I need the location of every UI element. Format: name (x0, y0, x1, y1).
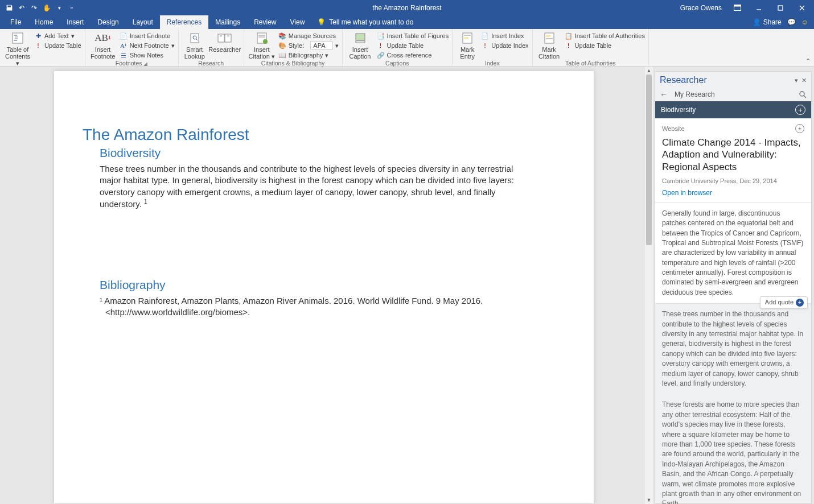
qat-customize-icon[interactable]: = (66, 2, 77, 14)
tab-home[interactable]: Home (28, 15, 60, 29)
update-toa-button[interactable]: !Update Table (565, 41, 645, 50)
researcher-button[interactable]: "" Researcher (209, 30, 240, 53)
insert-toa-label: Insert Table of Authorities (575, 32, 645, 39)
smart-lookup-button[interactable]: Smart Lookup (182, 30, 207, 60)
maximize-icon[interactable] (771, 0, 790, 15)
undo-icon[interactable]: ↶ (16, 2, 27, 14)
document-page[interactable]: The Amazon Rainforest Biodiversity These… (54, 71, 594, 503)
mark-citation-button[interactable]: Mark Citation (536, 30, 562, 60)
tell-me-search[interactable]: 💡 Tell me what you want to do (311, 15, 419, 29)
update-toa-label: Update Table (575, 42, 612, 49)
close-icon[interactable] (792, 0, 812, 15)
my-research-label[interactable]: My Research (675, 90, 792, 98)
share-label: Share (763, 18, 782, 26)
show-notes-button[interactable]: ☰Show Notes (120, 51, 175, 60)
tab-mailings[interactable]: Mailings (208, 15, 247, 29)
update-toc-label: Update Table (44, 42, 81, 49)
vertical-scrollbar[interactable]: ▲ ▼ (645, 67, 653, 504)
insert-caption-button[interactable]: Insert Caption (346, 30, 375, 60)
scroll-thumb[interactable] (646, 75, 652, 245)
citation-icon (254, 31, 270, 45)
add-source-icon[interactable]: + (795, 124, 804, 133)
group-table-of-contents: Table of Contents ▾ ✚Add Text ▾ !Update … (0, 29, 85, 66)
add-text-label: Add Text (44, 32, 69, 39)
ribbon-display-icon[interactable] (727, 0, 747, 15)
add-quote-button[interactable]: Add quote + (760, 296, 808, 309)
user-name[interactable]: Grace Owens (677, 4, 725, 12)
tab-insert[interactable]: Insert (60, 15, 91, 29)
toc-label: Table of Contents (5, 46, 30, 60)
touch-mode-icon[interactable]: ✋ (41, 2, 52, 14)
cross-reference-button[interactable]: 🔗Cross-reference (377, 51, 449, 60)
update-captions-button[interactable]: !Update Table (377, 41, 449, 50)
qat-dropdown-icon[interactable]: ▾ (54, 2, 65, 14)
manage-sources-button[interactable]: 📚Manage Sources (278, 31, 339, 40)
search-icon[interactable] (799, 90, 807, 98)
smiley-icon[interactable]: ☺ (801, 18, 808, 26)
show-notes-icon: ☰ (120, 51, 128, 59)
researcher-nav: ← My Research (655, 88, 811, 101)
mark-entry-button[interactable]: Mark Entry (456, 30, 479, 60)
redo-icon[interactable]: ↷ (28, 2, 40, 14)
insert-citation-label: Insert Citation (249, 46, 270, 60)
insert-endnote-label: Insert Endnote (130, 32, 171, 39)
scroll-up-icon[interactable]: ▲ (645, 67, 653, 75)
insert-tof-button[interactable]: 📑Insert Table of Figures (377, 31, 449, 40)
comments-icon[interactable]: 💬 (787, 18, 796, 26)
citation-style-select[interactable]: 🎨Style: APA ▾ (278, 41, 339, 50)
bibliography-button[interactable]: 📖Bibliography ▾ (278, 51, 339, 60)
svg-rect-3 (778, 6, 783, 10)
group-research: Smart Lookup "" Researcher Research (179, 29, 244, 66)
svg-text:": " (220, 34, 222, 41)
source-type-label: Website (662, 125, 685, 132)
add-text-button[interactable]: ✚Add Text ▾ (34, 31, 81, 40)
svg-rect-1 (734, 5, 741, 7)
excerpt-3: These forests are home to more species t… (655, 394, 811, 504)
tab-review[interactable]: Review (247, 15, 283, 29)
collapse-ribbon-icon[interactable]: ⌃ (805, 57, 811, 65)
citation-line-2: <http://www.worldwildlife.org/biomes>. (105, 307, 565, 318)
insert-citation-button[interactable]: Insert Citation ▾ (248, 30, 276, 60)
show-notes-label: Show Notes (130, 52, 163, 59)
style-value[interactable]: APA (310, 42, 332, 49)
next-footnote-icon: A¹ (120, 42, 128, 49)
svg-rect-22 (356, 34, 365, 40)
svg-text:": " (227, 34, 229, 41)
insert-endnote-button[interactable]: 📄Insert Endnote (120, 31, 175, 40)
add-topic-icon[interactable]: + (795, 105, 805, 115)
mark-entry-label: Mark Entry (456, 46, 479, 60)
update-toc-button[interactable]: !Update Table (34, 41, 81, 50)
table-of-contents-button[interactable]: Table of Contents ▾ (3, 30, 32, 67)
tab-file[interactable]: File (3, 15, 28, 29)
insert-footnote-button[interactable]: AB1 Insert Footnote (89, 30, 117, 60)
svg-rect-28 (546, 35, 550, 37)
save-icon[interactable] (3, 2, 15, 14)
open-in-browser-link[interactable]: Open in browser (662, 189, 712, 197)
ribbon: Table of Contents ▾ ✚Add Text ▾ !Update … (0, 29, 814, 67)
back-icon[interactable]: ← (660, 90, 668, 99)
tof-icon: 📑 (377, 32, 385, 40)
svg-rect-11 (191, 34, 199, 43)
footnote-icon: AB1 (95, 31, 111, 45)
scroll-down-icon[interactable]: ▼ (645, 496, 653, 504)
insert-index-button[interactable]: 📄Insert Index (481, 31, 528, 40)
update-index-button[interactable]: !Update Index (481, 41, 528, 50)
tab-references[interactable]: References (160, 15, 208, 29)
insert-toa-button[interactable]: 📋Insert Table of Authorities (565, 31, 645, 40)
update-icon: ! (377, 42, 385, 49)
tab-view[interactable]: View (283, 15, 312, 29)
bibliography-icon: 📖 (278, 51, 286, 59)
group-footnotes: AB1 Insert Footnote 📄Insert Endnote A¹Ne… (85, 29, 179, 66)
pane-dropdown-icon[interactable]: ▾ (795, 77, 798, 84)
tab-layout[interactable]: Layout (126, 15, 160, 29)
tab-design[interactable]: Design (91, 15, 125, 29)
minimize-icon[interactable] (749, 0, 768, 15)
pane-close-icon[interactable]: ✕ (801, 77, 807, 84)
manage-sources-icon: 📚 (278, 32, 286, 40)
dialog-launcher-icon[interactable]: ◢ (143, 61, 147, 67)
share-button[interactable]: 👤 Share (753, 18, 782, 26)
next-footnote-label: Next Footnote (130, 42, 169, 49)
next-footnote-button[interactable]: A¹Next Footnote ▾ (120, 41, 175, 50)
update-captions-label: Update Table (387, 42, 424, 49)
share-icon: 👤 (753, 18, 761, 26)
